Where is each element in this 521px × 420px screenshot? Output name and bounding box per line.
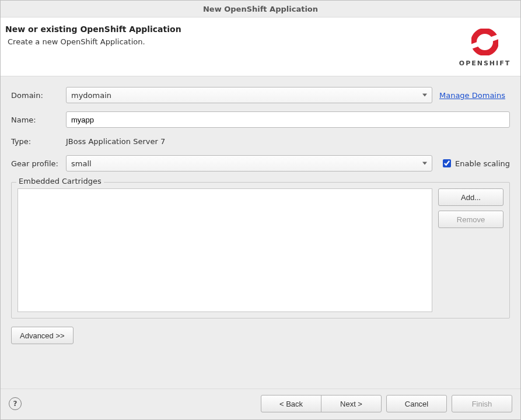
gear-profile-combo[interactable]: small [66, 155, 432, 172]
domain-label: Domain: [11, 91, 61, 100]
dialog-window: New OpenShift Application New or existin… [0, 0, 521, 420]
openshift-logo: OPENSHIFT [459, 24, 511, 67]
enable-scaling-field[interactable]: Enable scaling [437, 158, 510, 169]
gear-profile-value: small [71, 159, 92, 168]
cancel-button[interactable]: Cancel [386, 395, 447, 412]
form-area: Domain: mydomain Manage Domains Name: Ty… [1, 76, 520, 388]
enable-scaling-label: Enable scaling [455, 159, 510, 168]
openshift-logo-icon [468, 26, 501, 58]
banner-text-block: New or existing OpenShift Application Cr… [5, 24, 459, 46]
finish-button: Finish [452, 395, 512, 412]
enable-scaling-checkbox[interactable] [443, 159, 451, 167]
banner-title: New or existing OpenShift Application [5, 24, 459, 34]
chevron-down-icon [422, 94, 427, 97]
svg-point-2 [474, 31, 496, 53]
back-button[interactable]: < Back [261, 395, 321, 412]
banner-subtitle: Create a new OpenShift Application. [5, 37, 459, 46]
advanced-button[interactable]: Advanced >> [11, 327, 74, 344]
advanced-row: Advanced >> [11, 327, 510, 344]
next-button[interactable]: Next > [321, 395, 382, 412]
form-grid: Domain: mydomain Manage Domains Name: Ty… [11, 87, 510, 172]
name-input[interactable] [66, 111, 510, 128]
cartridge-buttons: Add... Remove [438, 188, 503, 312]
domain-combo[interactable]: mydomain [66, 87, 432, 103]
chevron-down-icon [422, 162, 427, 165]
manage-domains-link[interactable]: Manage Domains [437, 91, 510, 100]
domain-combo-value: mydomain [71, 91, 111, 100]
embedded-cartridges-fieldset: Embedded Cartridges Add... Remove [11, 182, 510, 318]
window-titlebar: New OpenShift Application [1, 1, 520, 18]
cartridge-list[interactable] [18, 188, 432, 312]
add-cartridge-button[interactable]: Add... [438, 188, 503, 206]
wizard-button-bar: ? < Back Next > Cancel Finish [1, 388, 520, 419]
gear-profile-label: Gear profile: [11, 159, 61, 168]
remove-cartridge-button: Remove [438, 211, 503, 228]
help-icon[interactable]: ? [9, 397, 22, 410]
name-label: Name: [11, 116, 61, 124]
embedded-cartridges-legend: Embedded Cartridges [16, 177, 104, 186]
openshift-logo-text: OPENSHIFT [459, 60, 511, 67]
wizard-banner: New or existing OpenShift Application Cr… [1, 18, 520, 76]
type-label: Type: [11, 137, 61, 146]
type-value: JBoss Application Server 7 [66, 136, 510, 147]
window-title: New OpenShift Application [203, 5, 318, 13]
